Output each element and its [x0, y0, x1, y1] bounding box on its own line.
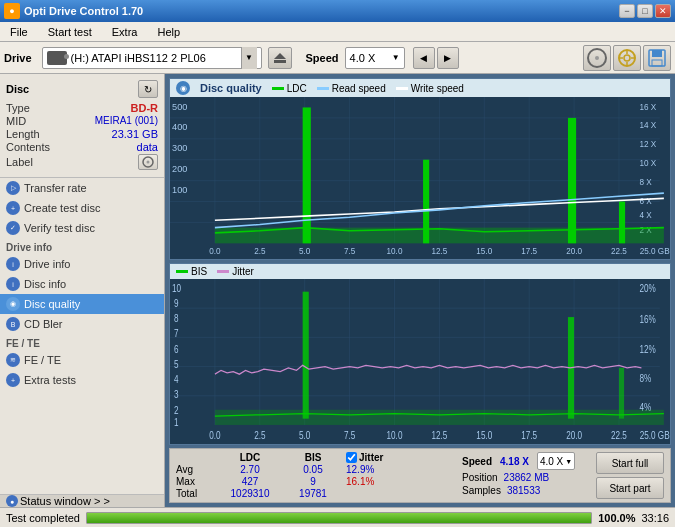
- status-window-section: ● Status window > >: [0, 494, 164, 507]
- disc-quality-chart: ◉ Disc quality LDC Read speed Write spee…: [169, 78, 671, 260]
- svg-text:5.0: 5.0: [299, 247, 311, 256]
- sidebar-item-verify-test-disc[interactable]: ✓ Verify test disc: [0, 218, 164, 238]
- svg-text:16 X: 16 X: [639, 102, 656, 111]
- speed-dropdown-arrow[interactable]: ▼: [392, 53, 400, 62]
- legend-ldc-color: [272, 87, 284, 90]
- nav-icon-cd-bler: B: [6, 317, 20, 331]
- close-button[interactable]: ✕: [655, 4, 671, 18]
- samples-value: 381533: [507, 485, 540, 496]
- stats-total-label: Total: [176, 488, 212, 499]
- nav-icon-fe-te: ≋: [6, 353, 20, 367]
- disc-button[interactable]: [583, 45, 611, 71]
- sidebar-item-extra-tests[interactable]: + Extra tests: [0, 370, 164, 390]
- speed-select-arrow[interactable]: ▼: [565, 458, 572, 465]
- position-label: Position: [462, 472, 498, 483]
- svg-text:6 X: 6 X: [639, 197, 652, 206]
- stats-avg-row: Avg 2.70 0.05 12.9%: [176, 464, 456, 475]
- app-title: Opti Drive Control 1.70: [24, 5, 143, 17]
- svg-text:500: 500: [172, 101, 187, 111]
- svg-marker-1: [274, 53, 286, 59]
- minimize-button[interactable]: −: [619, 4, 635, 18]
- stats-avg-label: Avg: [176, 464, 212, 475]
- svg-text:2.5: 2.5: [254, 247, 266, 256]
- speed-value: 4.0 X: [350, 52, 390, 64]
- disc-length-value: 23.31 GB: [112, 128, 158, 140]
- sidebar-item-disc-info[interactable]: i Disc info: [0, 274, 164, 294]
- sidebar-item-cd-bler[interactable]: B CD Bler: [0, 314, 164, 334]
- svg-rect-103: [303, 292, 309, 419]
- svg-text:20%: 20%: [639, 283, 655, 294]
- stats-avg-bis: 0.05: [288, 464, 338, 475]
- start-full-button[interactable]: Start full: [596, 452, 664, 474]
- svg-text:2.5: 2.5: [254, 430, 265, 441]
- drive-dropdown-arrow[interactable]: ▼: [241, 47, 257, 69]
- disc-type-value: BD-R: [131, 102, 159, 114]
- jitter-checkbox[interactable]: [346, 452, 357, 463]
- speed-prev-button[interactable]: ◀: [413, 47, 435, 69]
- svg-text:17.5: 17.5: [521, 247, 537, 256]
- sidebar-label-drive-info: Drive info: [24, 258, 70, 270]
- time-text: 33:16: [641, 512, 669, 524]
- stats-max-ldc: 427: [220, 476, 280, 487]
- position-value: 23862 MB: [504, 472, 550, 483]
- speed-selector[interactable]: 4.0 X ▼: [345, 47, 405, 69]
- chart1-icon: ◉: [176, 81, 190, 95]
- start-part-button[interactable]: Start part: [596, 477, 664, 499]
- nav-icon-disc-info: i: [6, 277, 20, 291]
- svg-rect-60: [619, 202, 625, 244]
- drive-selector[interactable]: (H:) ATAPI iHBS112 2 PL06 ▼: [42, 47, 262, 69]
- chart1-svg: 500 400 300 200 100 16 X 14 X 12 X 10 X …: [170, 97, 670, 259]
- sidebar-item-fe-te[interactable]: ≋ FE / TE: [0, 350, 164, 370]
- speed-row: Speed 4.18 X 4.0 X ▼: [462, 452, 590, 470]
- section-label-fete: FE / TE: [0, 334, 164, 350]
- speed-next-button[interactable]: ▶: [437, 47, 459, 69]
- svg-text:0.0: 0.0: [209, 430, 220, 441]
- speed-stat-select[interactable]: 4.0 X ▼: [537, 452, 575, 470]
- stats-table: LDC BIS Jitter Avg 2.70 0.05 12.9%: [169, 448, 671, 503]
- stats-header-row: LDC BIS Jitter: [176, 452, 456, 463]
- disc-refresh-button[interactable]: ↻: [138, 80, 158, 98]
- samples-label: Samples: [462, 485, 501, 496]
- sidebar-item-drive-info[interactable]: i Drive info: [0, 254, 164, 274]
- menu-extra[interactable]: Extra: [106, 25, 144, 39]
- maximize-button[interactable]: □: [637, 4, 653, 18]
- speed-stat-value: 4.18 X: [500, 456, 529, 467]
- save-button[interactable]: [643, 45, 671, 71]
- menu-file[interactable]: File: [4, 25, 34, 39]
- stats-total-bis: 19781: [288, 488, 338, 499]
- col-header-jitter: Jitter: [359, 452, 383, 463]
- svg-text:7.5: 7.5: [344, 247, 356, 256]
- drive-label: Drive: [4, 52, 32, 64]
- stats-max-label: Max: [176, 476, 212, 487]
- sidebar-item-transfer-rate[interactable]: ▷ Transfer rate: [0, 178, 164, 198]
- svg-text:25.0 GB: 25.0 GB: [640, 430, 670, 441]
- speed-label: Speed: [306, 52, 339, 64]
- status-window-button[interactable]: ● Status window > >: [0, 495, 164, 507]
- disc-label-button[interactable]: [138, 154, 158, 170]
- nav-icon-drive-info: i: [6, 257, 20, 271]
- col-header-ldc: LDC: [220, 452, 280, 463]
- jitter-checkbox-group: Jitter: [346, 452, 383, 463]
- menu-help[interactable]: Help: [151, 25, 186, 39]
- nav-icon-create-test-disc: +: [6, 201, 20, 215]
- chart2-svg: 10 9 8 7 6 5 4 3 2 1 20% 16% 12%: [170, 279, 670, 444]
- sidebar-label-disc-quality: Disc quality: [24, 298, 80, 310]
- stats-max-row: Max 427 9 16.1%: [176, 476, 456, 487]
- sidebar-item-disc-quality[interactable]: ◉ Disc quality: [0, 294, 164, 314]
- svg-text:2: 2: [174, 405, 179, 416]
- tools-button[interactable]: [613, 45, 641, 71]
- svg-text:10 X: 10 X: [639, 159, 656, 168]
- svg-text:25.0 GB: 25.0 GB: [640, 247, 670, 256]
- svg-text:10: 10: [172, 283, 181, 294]
- position-row: Position 23862 MB: [462, 472, 590, 483]
- eject-button[interactable]: [268, 47, 292, 69]
- sidebar-item-create-test-disc[interactable]: + Create test disc: [0, 198, 164, 218]
- menu-start-test[interactable]: Start test: [42, 25, 98, 39]
- sidebar-label-cd-bler: CD Bler: [24, 318, 63, 330]
- svg-text:10.0: 10.0: [387, 430, 403, 441]
- menu-bar: File Start test Extra Help: [0, 22, 675, 42]
- nav-icon-verify-test-disc: ✓: [6, 221, 20, 235]
- disc-length-key: Length: [6, 128, 40, 140]
- disc-type-key: Type: [6, 102, 30, 114]
- svg-point-14: [147, 161, 150, 164]
